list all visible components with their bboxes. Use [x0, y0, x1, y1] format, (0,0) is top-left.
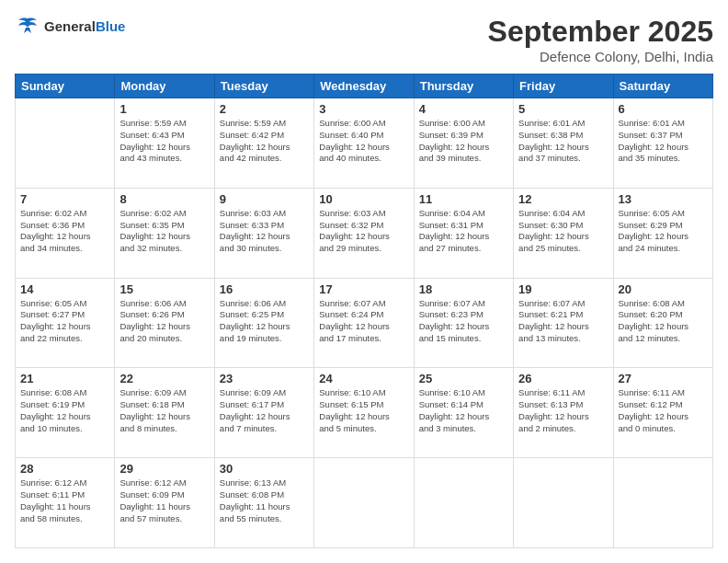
day-info: Sunrise: 6:07 AM Sunset: 6:24 PM Dayligh…	[319, 298, 408, 345]
calendar-cell: 9Sunrise: 6:03 AM Sunset: 6:33 PM Daylig…	[214, 188, 313, 278]
calendar-cell: 16Sunrise: 6:06 AM Sunset: 6:25 PM Dayli…	[214, 278, 313, 368]
calendar-cell: 10Sunrise: 6:03 AM Sunset: 6:32 PM Dayli…	[314, 188, 414, 278]
calendar-cell: 1Sunrise: 5:59 AM Sunset: 6:43 PM Daylig…	[115, 98, 214, 189]
day-info: Sunrise: 6:08 AM Sunset: 6:20 PM Dayligh…	[619, 298, 708, 345]
calendar-cell: 24Sunrise: 6:10 AM Sunset: 6:15 PM Dayli…	[314, 368, 414, 458]
calendar-cell: 27Sunrise: 6:11 AM Sunset: 6:12 PM Dayli…	[613, 368, 712, 458]
calendar-cell: 8Sunrise: 6:02 AM Sunset: 6:35 PM Daylig…	[115, 188, 214, 278]
day-info: Sunrise: 5:59 AM Sunset: 6:43 PM Dayligh…	[119, 118, 209, 165]
day-info: Sunrise: 6:05 AM Sunset: 6:29 PM Dayligh…	[619, 208, 708, 255]
calendar-cell: 18Sunrise: 6:07 AM Sunset: 6:23 PM Dayli…	[414, 278, 513, 368]
day-number: 1	[119, 102, 209, 116]
calendar-header-friday: Friday	[514, 75, 613, 98]
day-number: 16	[220, 282, 309, 296]
day-info: Sunrise: 6:03 AM Sunset: 6:33 PM Dayligh…	[220, 208, 309, 255]
month-title: September 2025	[488, 15, 713, 49]
calendar-cell: 20Sunrise: 6:08 AM Sunset: 6:20 PM Dayli…	[613, 278, 712, 368]
week-row-4: 21Sunrise: 6:08 AM Sunset: 6:19 PM Dayli…	[16, 368, 713, 458]
calendar-header-sunday: Sunday	[16, 75, 115, 98]
header: GeneralBlue September 2025 Defence Colon…	[15, 15, 713, 64]
calendar-cell: 15Sunrise: 6:06 AM Sunset: 6:26 PM Dayli…	[115, 278, 214, 368]
calendar-cell: 4Sunrise: 6:00 AM Sunset: 6:39 PM Daylig…	[414, 98, 513, 189]
day-number: 27	[619, 372, 708, 385]
day-number: 24	[319, 372, 408, 385]
calendar-header-thursday: Thursday	[414, 75, 513, 98]
day-number: 29	[119, 462, 209, 476]
logo-text: GeneralBlue	[44, 18, 125, 34]
day-number: 2	[220, 102, 309, 116]
day-number: 14	[20, 282, 109, 296]
day-number: 28	[20, 462, 109, 476]
day-number: 7	[20, 192, 109, 206]
calendar-cell: 3Sunrise: 6:00 AM Sunset: 6:40 PM Daylig…	[314, 98, 414, 189]
day-info: Sunrise: 6:04 AM Sunset: 6:31 PM Dayligh…	[419, 208, 508, 255]
calendar-cell	[314, 458, 414, 548]
day-info: Sunrise: 6:11 AM Sunset: 6:12 PM Dayligh…	[619, 387, 708, 434]
calendar-header-saturday: Saturday	[613, 75, 712, 98]
day-info: Sunrise: 6:06 AM Sunset: 6:26 PM Dayligh…	[119, 298, 209, 345]
day-number: 4	[419, 102, 508, 116]
calendar-cell: 21Sunrise: 6:08 AM Sunset: 6:19 PM Dayli…	[16, 368, 115, 458]
calendar-header-row: SundayMondayTuesdayWednesdayThursdayFrid…	[16, 75, 713, 98]
day-info: Sunrise: 6:02 AM Sunset: 6:35 PM Dayligh…	[119, 208, 209, 255]
day-info: Sunrise: 6:07 AM Sunset: 6:23 PM Dayligh…	[419, 298, 508, 345]
logo-icon	[15, 15, 40, 37]
calendar-cell: 22Sunrise: 6:09 AM Sunset: 6:18 PM Dayli…	[115, 368, 214, 458]
day-number: 18	[419, 282, 508, 296]
day-number: 8	[119, 192, 209, 206]
calendar-cell: 29Sunrise: 6:12 AM Sunset: 6:09 PM Dayli…	[115, 458, 214, 548]
day-info: Sunrise: 6:00 AM Sunset: 6:39 PM Dayligh…	[419, 118, 508, 165]
day-info: Sunrise: 6:08 AM Sunset: 6:19 PM Dayligh…	[20, 387, 109, 434]
calendar-cell: 26Sunrise: 6:11 AM Sunset: 6:13 PM Dayli…	[514, 368, 613, 458]
calendar-header-wednesday: Wednesday	[314, 75, 414, 98]
day-info: Sunrise: 6:03 AM Sunset: 6:32 PM Dayligh…	[319, 208, 408, 255]
day-number: 21	[20, 372, 109, 385]
calendar-cell: 25Sunrise: 6:10 AM Sunset: 6:14 PM Dayli…	[414, 368, 513, 458]
day-number: 5	[518, 102, 608, 116]
day-number: 15	[119, 282, 209, 296]
day-number: 22	[119, 372, 209, 385]
calendar-header-monday: Monday	[115, 75, 214, 98]
calendar-cell: 17Sunrise: 6:07 AM Sunset: 6:24 PM Dayli…	[314, 278, 414, 368]
week-row-2: 7Sunrise: 6:02 AM Sunset: 6:36 PM Daylig…	[16, 188, 713, 278]
calendar-cell: 19Sunrise: 6:07 AM Sunset: 6:21 PM Dayli…	[514, 278, 613, 368]
day-info: Sunrise: 6:06 AM Sunset: 6:25 PM Dayligh…	[220, 298, 309, 345]
day-info: Sunrise: 6:09 AM Sunset: 6:18 PM Dayligh…	[119, 387, 209, 434]
day-info: Sunrise: 6:09 AM Sunset: 6:17 PM Dayligh…	[220, 387, 309, 434]
day-info: Sunrise: 6:01 AM Sunset: 6:37 PM Dayligh…	[619, 118, 708, 165]
location-subtitle: Defence Colony, Delhi, India	[488, 49, 713, 64]
calendar-cell	[613, 458, 712, 548]
calendar-cell: 14Sunrise: 6:05 AM Sunset: 6:27 PM Dayli…	[16, 278, 115, 368]
calendar-cell: 13Sunrise: 6:05 AM Sunset: 6:29 PM Dayli…	[613, 188, 712, 278]
day-number: 12	[518, 192, 608, 206]
calendar-cell	[16, 98, 115, 189]
logo: GeneralBlue	[15, 15, 125, 37]
day-info: Sunrise: 6:12 AM Sunset: 6:09 PM Dayligh…	[119, 477, 209, 524]
day-info: Sunrise: 6:10 AM Sunset: 6:15 PM Dayligh…	[319, 387, 408, 434]
day-info: Sunrise: 6:07 AM Sunset: 6:21 PM Dayligh…	[518, 298, 608, 345]
day-number: 30	[220, 462, 309, 476]
day-info: Sunrise: 6:04 AM Sunset: 6:30 PM Dayligh…	[518, 208, 608, 255]
calendar-cell: 23Sunrise: 6:09 AM Sunset: 6:17 PM Dayli…	[214, 368, 313, 458]
calendar-table: SundayMondayTuesdayWednesdayThursdayFrid…	[15, 74, 713, 548]
day-number: 13	[619, 192, 708, 206]
day-number: 11	[419, 192, 508, 206]
day-number: 6	[619, 102, 708, 116]
calendar-cell: 28Sunrise: 6:12 AM Sunset: 6:11 PM Dayli…	[16, 458, 115, 548]
calendar-cell: 5Sunrise: 6:01 AM Sunset: 6:38 PM Daylig…	[514, 98, 613, 189]
day-number: 20	[619, 282, 708, 296]
day-info: Sunrise: 6:02 AM Sunset: 6:36 PM Dayligh…	[20, 208, 109, 255]
day-number: 10	[319, 192, 408, 206]
title-area: September 2025 Defence Colony, Delhi, In…	[488, 15, 713, 64]
day-info: Sunrise: 6:05 AM Sunset: 6:27 PM Dayligh…	[20, 298, 109, 345]
week-row-1: 1Sunrise: 5:59 AM Sunset: 6:43 PM Daylig…	[16, 98, 713, 189]
day-info: Sunrise: 6:00 AM Sunset: 6:40 PM Dayligh…	[319, 118, 408, 165]
calendar-cell: 7Sunrise: 6:02 AM Sunset: 6:36 PM Daylig…	[16, 188, 115, 278]
calendar-cell: 30Sunrise: 6:13 AM Sunset: 6:08 PM Dayli…	[214, 458, 313, 548]
day-number: 9	[220, 192, 309, 206]
calendar-cell: 11Sunrise: 6:04 AM Sunset: 6:31 PM Dayli…	[414, 188, 513, 278]
day-number: 3	[319, 102, 408, 116]
day-number: 26	[518, 372, 608, 385]
day-info: Sunrise: 6:12 AM Sunset: 6:11 PM Dayligh…	[20, 477, 109, 524]
day-number: 19	[518, 282, 608, 296]
